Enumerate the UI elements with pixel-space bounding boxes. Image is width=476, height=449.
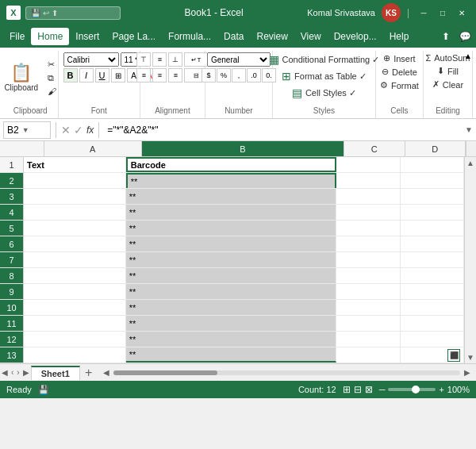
normal-view-button[interactable]: ⊞ [343,384,351,395]
fill-button[interactable]: ⬇ Fill [434,65,462,77]
cell-b7[interactable]: ** [126,252,336,267]
row-num-8[interactable]: 8 [0,268,23,284]
align-center-button[interactable]: ≡ [152,68,167,83]
cell-a7[interactable] [24,252,126,267]
cell-b1[interactable]: Barcode [126,157,337,172]
format-as-table-button[interactable]: ⊞ Format as Table ✓ [278,69,370,83]
cell-d9[interactable] [401,284,464,299]
number-format-select[interactable]: General [207,52,271,67]
cell-c3[interactable] [336,189,400,204]
format-cells-button[interactable]: ⚙ Format [377,79,422,91]
col-header-b[interactable]: B [142,141,344,156]
minimize-button[interactable]: ─ [416,5,432,21]
vertical-scrollbar[interactable]: ▲ ▼ [464,157,476,363]
bold-button[interactable]: B [63,68,78,83]
cell-c10[interactable] [336,300,400,315]
cell-d12[interactable] [401,332,464,347]
delete-cells-button[interactable]: ⊖ Delete [378,66,420,78]
cut-button[interactable]: ✂ [44,59,60,71]
sheet-tab-sheet1[interactable]: Sheet1 [31,366,80,380]
align-bottom-button[interactable]: ⊥ [168,52,182,67]
font-family-select[interactable]: Calibri [63,52,119,67]
scroll-track-h[interactable] [113,370,460,375]
cell-d7[interactable] [401,252,464,267]
clear-button[interactable]: ✗ Clear [429,79,466,90]
cell-d8[interactable] [401,268,464,283]
row-num-2[interactable]: 2 [0,173,23,189]
cell-d10[interactable] [401,300,464,315]
horizontal-scrollbar[interactable]: ◀ ▶ [98,368,476,377]
scroll-down-button[interactable]: ▼ [465,351,476,363]
row-num-4[interactable]: 4 [0,205,23,221]
align-left-button[interactable]: ≡ [136,68,151,83]
align-top-button[interactable]: ⊤ [136,52,151,67]
row-num-10[interactable]: 10 [0,300,23,316]
zoom-out-button[interactable]: ─ [379,385,386,394]
cell-b5[interactable]: ** [126,221,336,236]
row-num-12[interactable]: 12 [0,332,23,347]
row-num-7[interactable]: 7 [0,252,23,268]
row-num-9[interactable]: 9 [0,284,23,300]
zoom-in-button[interactable]: + [439,385,443,394]
cell-d1[interactable] [401,157,464,172]
italic-button[interactable]: I [79,68,94,83]
add-sheet-button[interactable]: + [80,364,98,382]
row-num-5[interactable]: 5 [0,221,23,236]
sheet-scroll-left[interactable]: ◀ [0,366,10,378]
page-break-button[interactable]: ⊠ [365,384,373,395]
cell-reference-box[interactable]: B2 ▼ [3,121,51,139]
cancel-formula-icon[interactable]: ✕ [61,124,71,136]
col-header-d[interactable]: D [405,141,466,156]
cell-b13[interactable]: ** [126,347,336,363]
cell-d2[interactable] [401,173,464,188]
menu-insert[interactable]: Insert [69,28,106,45]
cell-b9[interactable]: ** [126,284,336,299]
row-num-3[interactable]: 3 [0,189,23,205]
cell-a10[interactable] [24,300,126,315]
comma-button[interactable]: , [232,68,246,83]
cell-a5[interactable] [24,221,126,236]
menu-review[interactable]: Review [250,28,294,45]
conditional-formatting-button[interactable]: ▦ Conditional Formatting ✓ [266,52,383,67]
cell-b11[interactable]: ** [126,316,336,331]
cell-c12[interactable] [336,332,400,347]
cell-b4[interactable]: ** [126,205,336,220]
cell-d11[interactable] [401,316,464,331]
menu-file[interactable]: File [3,28,31,45]
insert-cells-button[interactable]: ⊕ Insert [380,52,419,64]
cell-b2[interactable]: ** [126,173,337,188]
page-layout-button[interactable]: ⊟ [354,384,362,395]
maximize-button[interactable]: □ [435,5,451,21]
quick-analysis-button[interactable]: ⬛ [447,349,460,362]
cell-b10[interactable]: ** [126,300,336,315]
scroll-up-button[interactable]: ▲ [465,157,476,169]
cell-d4[interactable] [401,205,464,220]
cell-a1[interactable]: Text [24,157,126,172]
cell-b12[interactable]: ** [126,332,336,347]
confirm-formula-icon[interactable]: ✓ [74,124,83,136]
cell-a12[interactable] [24,332,126,347]
cell-d6[interactable] [401,236,464,251]
cell-c6[interactable] [336,236,400,251]
scroll-right-button[interactable]: ▶ [462,368,473,377]
formula-input[interactable] [104,123,462,137]
cell-c13[interactable] [336,347,400,363]
ribbon-comment-icon[interactable]: 💬 [457,29,473,44]
menu-data[interactable]: Data [217,28,250,45]
col-header-a[interactable]: A [44,141,142,156]
paste-button[interactable]: 📋 Clipboard [1,56,41,100]
cell-a8[interactable] [24,268,126,283]
menu-developer[interactable]: Develop... [328,28,383,45]
sheet-scroll-next[interactable]: › [15,366,21,378]
cell-c4[interactable] [336,205,400,220]
scroll-left-button[interactable]: ◀ [101,368,112,377]
align-middle-button[interactable]: ≡ [152,52,167,67]
menu-home[interactable]: Home [31,28,69,45]
cell-c7[interactable] [336,252,400,267]
cell-b8[interactable]: ** [126,268,336,283]
cell-styles-button[interactable]: ▤ Cell Styles ✓ [289,86,359,100]
cell-c11[interactable] [336,316,400,331]
align-right-button[interactable]: ≡ [168,68,182,83]
cell-b6[interactable]: ** [126,236,336,251]
cell-b3[interactable]: ** [126,189,336,204]
